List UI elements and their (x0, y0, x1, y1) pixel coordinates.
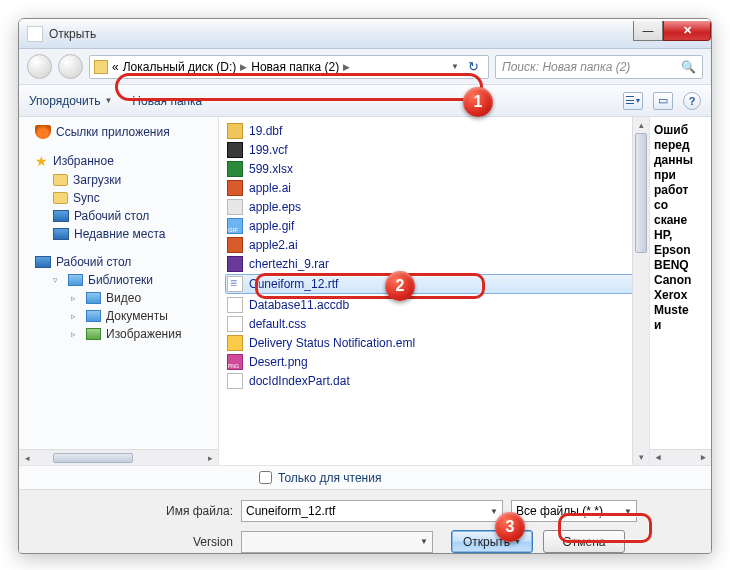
nav-forward-button[interactable] (58, 54, 83, 79)
cancel-button[interactable]: Отмена (543, 530, 625, 553)
titlebar: Открыть — ✕ (19, 19, 711, 49)
file-name: docIdIndexPart.dat (249, 374, 350, 388)
sidebar-libraries[interactable]: ▿Библиотеки (23, 271, 214, 289)
preview-line: со (654, 198, 707, 213)
new-folder-button[interactable]: Новая папка (132, 94, 202, 108)
file-row[interactable]: apple.ai (219, 178, 649, 197)
sidebar-videos[interactable]: ▹Видео (23, 289, 214, 307)
open-button[interactable]: Открыть▼ (451, 530, 533, 553)
file-row[interactable]: 199.vcf (219, 140, 649, 159)
dat-file-icon (227, 373, 243, 389)
dialog-body: Ссылки приложения ★Избранное Загрузки Sy… (19, 117, 711, 465)
preview-line: перед (654, 138, 707, 153)
version-select[interactable]: ▼ (241, 531, 433, 553)
search-placeholder: Поиск: Новая папка (2) (502, 60, 630, 74)
file-row[interactable]: apple2.ai (219, 235, 649, 254)
file-name: Desert.png (249, 355, 308, 369)
chevron-right-icon: ▶ (343, 62, 350, 72)
sidebar-downloads[interactable]: Загрузки (23, 171, 214, 189)
view-options-button[interactable]: ☰ ▼ (623, 92, 643, 110)
close-button[interactable]: ✕ (663, 21, 711, 41)
sidebar-pictures[interactable]: ▹Изображения (23, 325, 214, 343)
file-row[interactable]: Database11.accdb (219, 295, 649, 314)
sidebar-hscrollbar[interactable]: ◂ ▸ (19, 449, 218, 465)
expand-icon[interactable]: ▹ (71, 311, 81, 321)
file-row[interactable]: 19.dbf (219, 121, 649, 140)
file-name: apple.eps (249, 200, 301, 214)
sidebar-favorites[interactable]: ★Избранное (23, 151, 214, 171)
open-file-dialog: Открыть — ✕ « Локальный диск (D:) ▶ Нова… (18, 18, 712, 554)
pictures-icon (86, 328, 101, 340)
file-row[interactable]: apple.eps (219, 197, 649, 216)
sidebar-desktop-root[interactable]: Рабочий стол (23, 253, 214, 271)
search-input[interactable]: Поиск: Новая папка (2) 🔍 (495, 55, 703, 79)
file-row[interactable]: 599.xlsx (219, 159, 649, 178)
breadcrumb-part-folder[interactable]: Новая папка (2) (251, 60, 339, 74)
file-name: Database11.accdb (249, 298, 349, 312)
scroll-right-icon[interactable]: ▸ (202, 453, 218, 463)
preview-line: Epson (654, 243, 707, 258)
scroll-up-icon[interactable]: ▴ (633, 117, 649, 133)
scroll-left-icon[interactable]: ◂ (19, 453, 35, 463)
file-list[interactable]: 19.dbf199.vcf599.xlsxapple.aiapple.epsap… (219, 117, 649, 465)
file-name: 199.vcf (249, 143, 288, 157)
organize-button[interactable]: Упорядочить ▼ (29, 94, 112, 108)
preview-line: работ (654, 183, 707, 198)
preview-hscrollbar[interactable]: ◂ ▸ (650, 449, 711, 465)
filename-input[interactable]: Cuneiform_12.rtf▼ (241, 500, 503, 522)
file-name: apple.gif (249, 219, 294, 233)
minimize-button[interactable]: — (633, 21, 663, 41)
file-name: chertezhi_9.rar (249, 257, 329, 271)
file-name: default.css (249, 317, 306, 331)
sidebar-sync[interactable]: Sync (23, 189, 214, 207)
expand-icon[interactable]: ▹ (71, 293, 81, 303)
file-row[interactable]: default.css (219, 314, 649, 333)
sidebar-documents[interactable]: ▹Документы (23, 307, 214, 325)
breadcrumb-dropdown[interactable]: ▼↻ (451, 59, 484, 74)
readonly-label: Только для чтения (278, 471, 381, 485)
options-strip: Только для чтения (19, 465, 711, 489)
scroll-thumb[interactable] (635, 133, 647, 253)
scroll-thumb[interactable] (53, 453, 133, 463)
sidebar-desktop[interactable]: Рабочий стол (23, 207, 214, 225)
recent-icon (53, 228, 69, 240)
sidebar-recent[interactable]: Недавние места (23, 225, 214, 243)
readonly-checkbox[interactable] (259, 471, 272, 484)
document-icon (86, 310, 101, 322)
sidebar-app-links[interactable]: Ссылки приложения (23, 123, 214, 141)
breadcrumb-part-drive[interactable]: Локальный диск (D:) (123, 60, 237, 74)
file-row[interactable]: Desert.png (219, 352, 649, 371)
preview-line: BENQ (654, 258, 707, 273)
vcf-file-icon (227, 142, 243, 158)
scroll-left-icon[interactable]: ◂ (650, 450, 666, 465)
scroll-right-icon[interactable]: ▸ (695, 450, 711, 465)
chevron-down-icon: ▼ (490, 507, 498, 516)
preview-line: Xerox (654, 288, 707, 303)
file-row[interactable]: docIdIndexPart.dat (219, 371, 649, 390)
desktop-icon (53, 210, 69, 222)
star-icon: ★ (35, 153, 48, 169)
file-row[interactable]: chertezhi_9.rar (219, 254, 649, 273)
ai-file-icon (227, 180, 243, 196)
folder-icon (53, 174, 68, 186)
preview-pane-button[interactable]: ▭ (653, 92, 673, 110)
breadcrumb[interactable]: « Локальный диск (D:) ▶ Новая папка (2) … (89, 55, 489, 79)
expand-icon[interactable]: ▿ (53, 275, 63, 285)
app-icon (27, 26, 43, 42)
expand-icon[interactable]: ▹ (71, 329, 81, 339)
filelist-vscrollbar[interactable]: ▴ ▾ (632, 117, 649, 465)
filetype-select[interactable]: Все файлы (*.*)▼ (511, 500, 637, 522)
drive-icon (94, 60, 108, 74)
refresh-icon[interactable]: ↻ (462, 59, 484, 74)
chevron-down-icon: ▼ (624, 507, 632, 516)
file-row[interactable]: Delivery Status Notification.eml (219, 333, 649, 352)
file-row[interactable]: apple.gif (219, 216, 649, 235)
file-name: apple2.ai (249, 238, 298, 252)
file-name: Cuneiform_12.rtf (249, 277, 338, 291)
scroll-down-icon[interactable]: ▾ (633, 449, 649, 465)
file-row[interactable]: Cuneiform_12.rtf (225, 274, 643, 294)
nav-back-button[interactable] (27, 54, 52, 79)
chevron-right-icon: ▶ (240, 62, 247, 72)
eps-file-icon (227, 199, 243, 215)
help-button[interactable]: ? (683, 92, 701, 110)
